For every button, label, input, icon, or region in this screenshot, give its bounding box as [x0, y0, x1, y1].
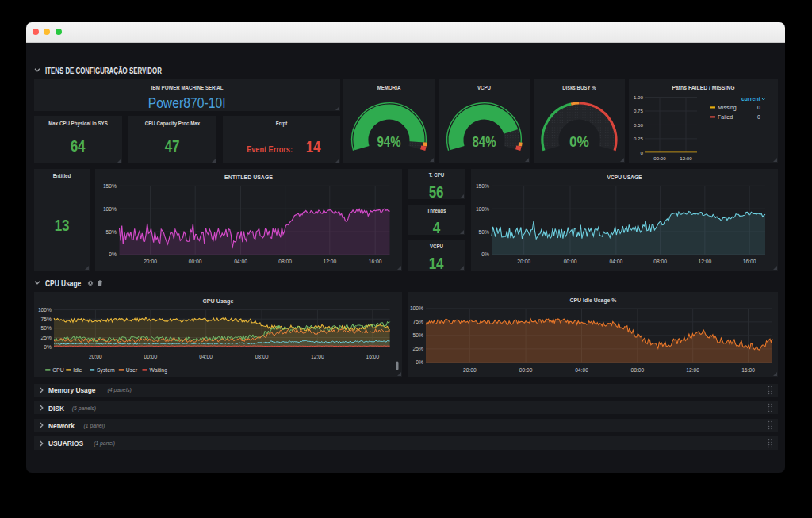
svg-text:00:00: 00:00 — [653, 155, 666, 161]
svg-text:CPU Idle Usage %: CPU Idle Usage % — [570, 297, 617, 304]
svg-text:04:00: 04:00 — [575, 367, 588, 373]
svg-text:08:00: 08:00 — [278, 259, 292, 264]
svg-text:ENTITLED USAGE: ENTITLED USAGE — [224, 174, 273, 181]
svg-text:20:00: 20:00 — [463, 367, 477, 373]
svg-text:0%: 0% — [481, 251, 489, 257]
svg-text:00:00: 00:00 — [144, 354, 157, 359]
svg-text:100%: 100% — [410, 305, 423, 311]
svg-text:0%: 0% — [416, 359, 423, 365]
svg-text:CPU: CPU — [52, 367, 63, 373]
svg-text:0.25: 0.25 — [634, 136, 644, 141]
svg-text:100%: 100% — [38, 307, 52, 313]
svg-text:50%: 50% — [41, 325, 52, 331]
svg-text:16:00: 16:00 — [741, 367, 755, 373]
svg-text:50%: 50% — [413, 332, 423, 338]
svg-text:12:00: 12:00 — [323, 259, 336, 264]
svg-text:20:00: 20:00 — [144, 259, 157, 264]
svg-text:VCPU USAGE: VCPU USAGE — [607, 174, 642, 181]
svg-text:150%: 150% — [476, 183, 489, 189]
svg-text:08:00: 08:00 — [653, 259, 667, 264]
svg-text:84%: 84% — [473, 134, 496, 150]
svg-text:100%: 100% — [103, 206, 117, 212]
svg-text:0: 0 — [757, 105, 760, 110]
svg-text:12:00: 12:00 — [686, 367, 699, 373]
svg-text:00:00: 00:00 — [564, 259, 577, 264]
svg-text:75%: 75% — [41, 317, 52, 322]
svg-text:0%: 0% — [569, 134, 589, 150]
svg-text:0%: 0% — [44, 344, 52, 350]
svg-text:current: current — [741, 96, 761, 102]
svg-text:50%: 50% — [106, 229, 117, 235]
svg-text:System: System — [97, 367, 115, 374]
svg-text:12:00: 12:00 — [311, 354, 324, 359]
svg-text:0%: 0% — [109, 251, 117, 257]
svg-text:Waiting: Waiting — [150, 367, 168, 374]
svg-text:04:00: 04:00 — [234, 259, 247, 264]
svg-text:25%: 25% — [41, 335, 52, 340]
svg-text:04:00: 04:00 — [199, 354, 213, 359]
svg-text:08:00: 08:00 — [630, 367, 644, 373]
svg-text:Failed: Failed — [718, 114, 733, 120]
svg-text:1.00: 1.00 — [634, 94, 644, 100]
svg-text:00:00: 00:00 — [519, 367, 533, 373]
svg-text:12:00: 12:00 — [680, 155, 692, 161]
svg-text:0.75: 0.75 — [634, 108, 644, 113]
svg-text:Idle: Idle — [73, 367, 82, 373]
svg-text:150%: 150% — [103, 183, 117, 189]
svg-text:20:00: 20:00 — [89, 354, 102, 359]
svg-text:08:00: 08:00 — [255, 354, 269, 359]
svg-text:100%: 100% — [476, 206, 489, 212]
svg-text:94%: 94% — [377, 134, 401, 150]
svg-text:Missing: Missing — [718, 105, 737, 111]
svg-text:0: 0 — [757, 114, 760, 120]
svg-text:12:00: 12:00 — [699, 259, 712, 264]
svg-text:16:00: 16:00 — [743, 259, 756, 264]
svg-text:16:00: 16:00 — [366, 354, 379, 359]
svg-text:0: 0 — [641, 150, 644, 155]
svg-text:16:00: 16:00 — [369, 259, 382, 264]
svg-text:25%: 25% — [413, 346, 423, 351]
svg-text:20:00: 20:00 — [517, 259, 530, 264]
svg-text:00:00: 00:00 — [189, 259, 202, 264]
svg-text:CPU Usage: CPU Usage — [203, 297, 234, 305]
svg-text:Paths FAILED / MISSING: Paths FAILED / MISSING — [672, 84, 735, 91]
svg-text:User: User — [126, 367, 138, 373]
svg-text:0.50: 0.50 — [634, 122, 644, 128]
svg-text:50%: 50% — [479, 229, 489, 235]
svg-text:04:00: 04:00 — [610, 259, 623, 264]
svg-text:75%: 75% — [413, 319, 423, 324]
